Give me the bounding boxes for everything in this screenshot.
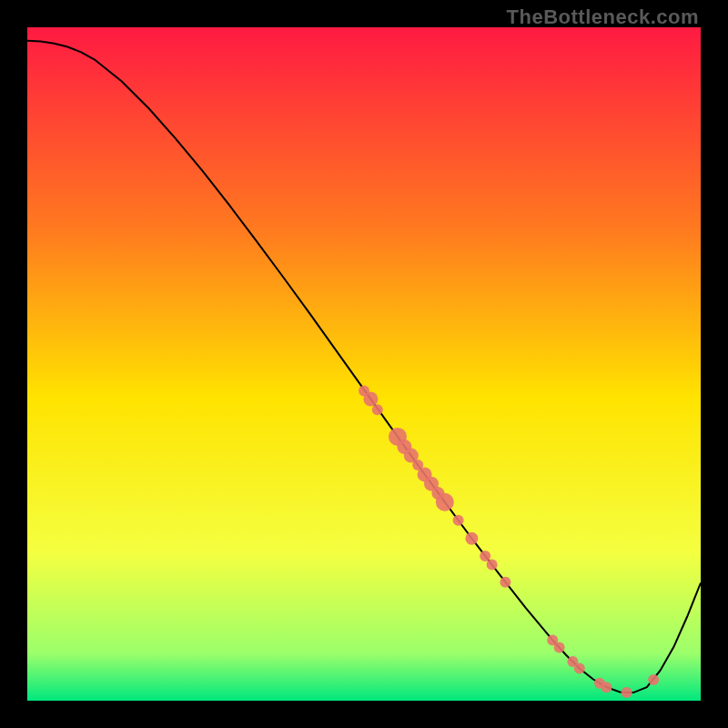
- data-point: [487, 560, 498, 571]
- data-point: [500, 577, 511, 588]
- data-point: [601, 682, 612, 693]
- data-point: [480, 551, 490, 561]
- plot-area: [27, 27, 701, 701]
- data-points-group: [359, 386, 659, 698]
- curve-layer: [27, 27, 701, 701]
- data-point: [436, 493, 454, 511]
- watermark-text: TheBottleneck.com: [507, 5, 699, 29]
- data-point: [648, 674, 659, 685]
- bottleneck-curve: [27, 41, 701, 693]
- data-point: [622, 687, 632, 698]
- data-point: [372, 404, 383, 415]
- data-point: [363, 392, 378, 407]
- data-point: [554, 642, 565, 653]
- data-point: [574, 663, 585, 674]
- data-point: [465, 532, 478, 545]
- chart-container: TheBottleneck.com: [0, 0, 728, 728]
- data-point: [453, 515, 464, 526]
